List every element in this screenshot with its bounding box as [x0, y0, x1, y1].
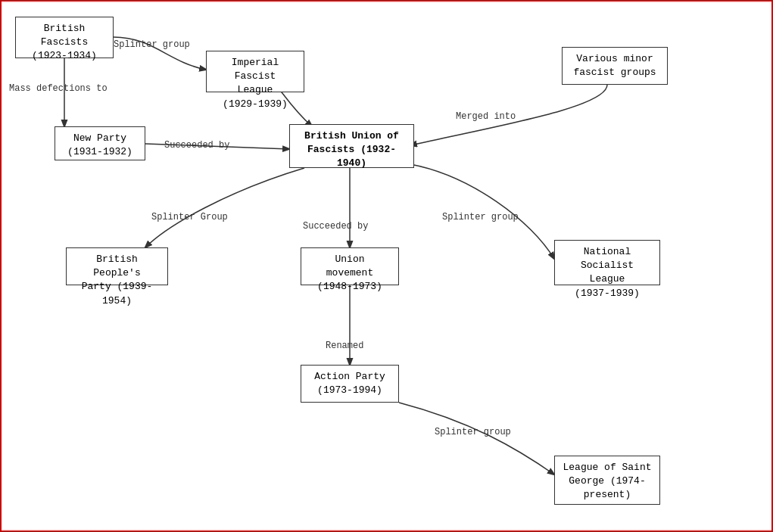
- node-british-peoples-party: British People'sParty (1939-1954): [66, 247, 168, 285]
- label-renamed: Renamed: [326, 341, 363, 351]
- label-splinter-group-2: Splinter Group: [151, 212, 228, 222]
- label-splinter-group-4: Splinter group: [435, 427, 511, 437]
- node-action-party: Action Party(1973-1994): [301, 365, 399, 403]
- node-union-movement: Union movement(1948-1973): [301, 247, 399, 285]
- node-new-party: New Party(1931-1932): [55, 126, 145, 160]
- label-splinter-group-1: Splinter group: [114, 39, 190, 50]
- label-merged-into: Merged into: [456, 111, 516, 122]
- node-national-socialist: National SocialistLeague(1937-1939): [554, 240, 660, 285]
- node-buf: British Union ofFascists (1932-1940): [289, 124, 414, 168]
- node-british-fascists: British Fascists(1923-1934): [15, 17, 114, 58]
- label-mass-defections: Mass defections to: [9, 83, 108, 94]
- label-splinter-group-3: Splinter group: [442, 212, 519, 222]
- node-various-minor: Various minorfascist groups: [562, 47, 668, 85]
- label-succeeded-by-2: Succeeded by: [303, 221, 368, 232]
- diagram-container: British Fascists(1923-1934) Imperial Fas…: [0, 0, 773, 532]
- label-succeeded-by-1: Succeeded by: [164, 140, 229, 151]
- node-league-saint-george: League of SaintGeorge (1974-present): [554, 456, 660, 505]
- node-imperial-fascist: Imperial FascistLeague(1929-1939): [206, 51, 304, 92]
